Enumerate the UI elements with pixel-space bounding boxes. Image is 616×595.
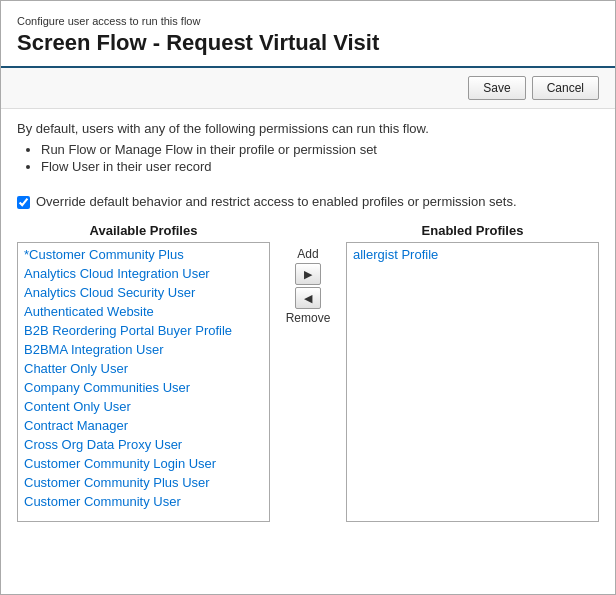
list-item[interactable]: Authenticated Website [18,302,269,321]
toolbar: Save Cancel [1,68,615,109]
info-description: By default, users with any of the follow… [17,121,599,136]
add-label: Add [297,247,318,261]
override-section: Override default behavior and restrict a… [1,188,615,219]
list-item[interactable]: Contract Manager [18,416,269,435]
dialog-subtitle: Configure user access to run this flow [17,15,599,27]
list-item[interactable]: Company Communities User [18,378,269,397]
info-bullet-2: Flow User in their user record [41,159,599,174]
controls-section: Add ▶ ◀ Remove [278,223,338,325]
list-item[interactable]: *Customer Community Plus [18,245,269,264]
list-item[interactable]: Analytics Cloud Integration User [18,264,269,283]
dialog-title: Screen Flow - Request Virtual Visit [17,30,599,56]
list-item[interactable]: B2BMA Integration User [18,340,269,359]
list-item[interactable]: allergist Profile [347,245,598,264]
list-item[interactable]: Analytics Cloud Security User [18,283,269,302]
list-item[interactable]: Customer Community User [18,492,269,511]
override-label: Override default behavior and restrict a… [36,194,517,209]
dialog-header: Configure user access to run this flow S… [1,1,615,68]
configure-dialog: Configure user access to run this flow S… [0,0,616,595]
list-item[interactable]: Content Only User [18,397,269,416]
remove-button[interactable]: ◀ [295,287,321,309]
list-item[interactable]: Chatter Only User [18,359,269,378]
enabled-profiles-container: Enabled Profiles allergist Profile [346,223,599,522]
remove-label: Remove [286,311,331,325]
override-checkbox[interactable] [17,196,30,209]
add-button[interactable]: ▶ [295,263,321,285]
lists-section: Available Profiles *Customer Community P… [1,219,615,594]
list-item[interactable]: Customer Community Plus User [18,473,269,492]
available-profiles-container: Available Profiles *Customer Community P… [17,223,270,522]
available-profiles-label: Available Profiles [90,223,198,238]
list-item[interactable]: B2B Reordering Portal Buyer Profile [18,321,269,340]
enabled-profiles-label: Enabled Profiles [422,223,524,238]
enabled-profiles-list[interactable]: allergist Profile [346,242,599,522]
info-section: By default, users with any of the follow… [1,109,615,188]
list-item[interactable]: Cross Org Data Proxy User [18,435,269,454]
info-list: Run Flow or Manage Flow in their profile… [41,142,599,174]
cancel-button[interactable]: Cancel [532,76,599,100]
available-profiles-list[interactable]: *Customer Community PlusAnalytics Cloud … [17,242,270,522]
save-button[interactable]: Save [468,76,525,100]
info-bullet-1: Run Flow or Manage Flow in their profile… [41,142,599,157]
list-item[interactable]: Customer Community Login User [18,454,269,473]
